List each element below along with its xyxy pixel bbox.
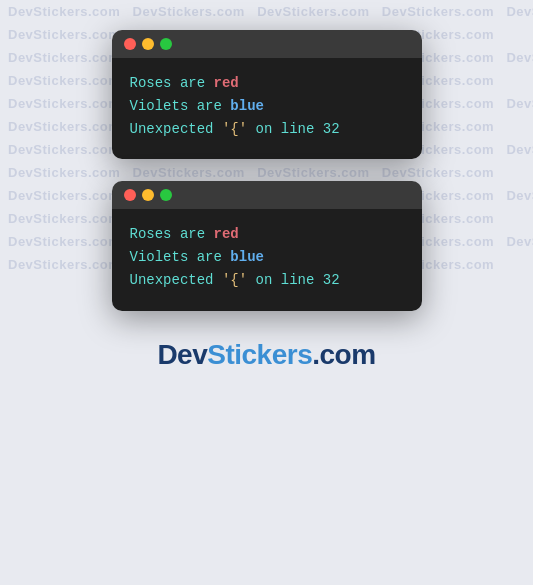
brand-footer: DevStickers.com	[157, 339, 375, 371]
line2-keyword: blue	[230, 98, 264, 114]
terminal-line-2: Violets are blue	[130, 246, 404, 269]
terminal-titlebar-2	[112, 181, 422, 209]
dot-red-icon	[124, 189, 136, 201]
page-content: Roses are red Violets are blue Unexpecte…	[0, 0, 533, 371]
terminal-window-1: Roses are red Violets are blue Unexpecte…	[112, 30, 422, 159]
line1-keyword: red	[214, 75, 239, 91]
terminal-window-2: Roses are red Violets are blue Unexpecte…	[112, 181, 422, 310]
brand-domain: .com	[312, 339, 375, 371]
line3-brace: '{'	[222, 272, 247, 288]
terminal-titlebar-1	[112, 30, 422, 58]
line2-keyword: blue	[230, 249, 264, 265]
terminal-body-1: Roses are red Violets are blue Unexpecte…	[112, 58, 422, 159]
line1-keyword: red	[214, 226, 239, 242]
brand-dev: Dev	[157, 339, 207, 371]
dot-yellow-icon	[142, 38, 154, 50]
terminal-line-3: Unexpected '{' on line 32	[130, 269, 404, 292]
line3-suffix: on line 32	[247, 121, 339, 137]
line1-prefix: Roses are	[130, 226, 214, 242]
terminal-line-1: Roses are red	[130, 223, 404, 246]
terminal-body-2: Roses are red Violets are blue Unexpecte…	[112, 209, 422, 310]
line3-brace: '{'	[222, 121, 247, 137]
line3-prefix: Unexpected	[130, 272, 222, 288]
line2-prefix: Violets are	[130, 98, 231, 114]
dot-yellow-icon	[142, 189, 154, 201]
terminal-line-3: Unexpected '{' on line 32	[130, 118, 404, 141]
brand-stickers: Stickers	[207, 339, 312, 371]
dot-red-icon	[124, 38, 136, 50]
line3-prefix: Unexpected	[130, 121, 222, 137]
line2-prefix: Violets are	[130, 249, 231, 265]
line1-prefix: Roses are	[130, 75, 214, 91]
terminal-line-2: Violets are blue	[130, 95, 404, 118]
dot-green-icon	[160, 189, 172, 201]
line3-suffix: on line 32	[247, 272, 339, 288]
terminal-line-1: Roses are red	[130, 72, 404, 95]
dot-green-icon	[160, 38, 172, 50]
